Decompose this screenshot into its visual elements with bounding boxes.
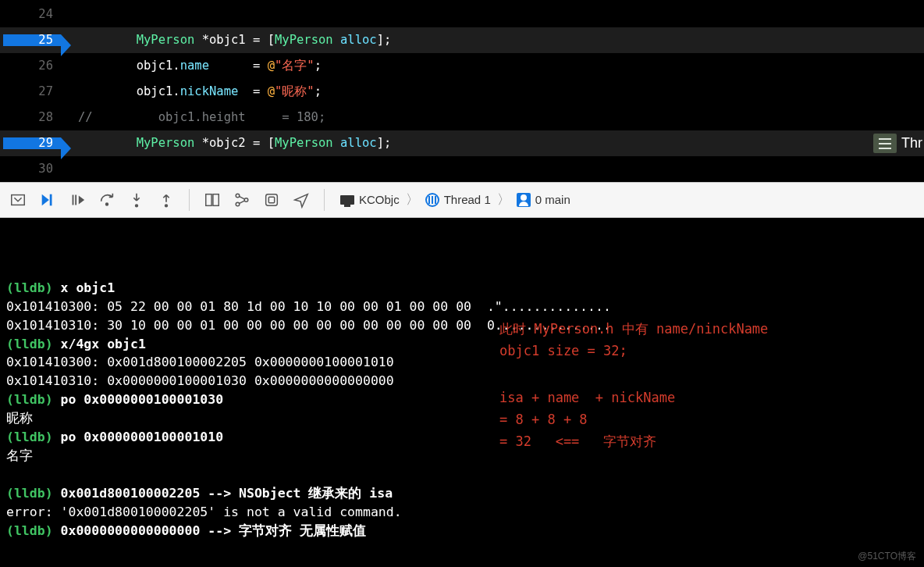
line-number[interactable]: 29 (0, 136, 61, 151)
lldb-output: 0x101410300: 0x001d800100002205 0x000000… (6, 353, 918, 390)
thread-badge-label: Thr (901, 134, 924, 152)
hamburger-icon[interactable] (873, 134, 897, 153)
line-number[interactable]: 30 (0, 162, 61, 177)
lldb-prompt: (lldb) (6, 280, 61, 295)
lldb-command-line[interactable]: (lldb) x objc1 (6, 279, 918, 298)
debug-toolbar: KCObjc 〉 Thread 1 〉 0 main (0, 182, 924, 218)
lldb-prompt: (lldb) (6, 523, 61, 538)
svg-point-5 (136, 205, 138, 207)
editor-line[interactable]: 24 (0, 2, 924, 27)
code-editor[interactable]: 2425 MyPerson *objc1 = [MyPerson alloc];… (0, 0, 924, 182)
toolbar-separator (324, 189, 325, 211)
svg-rect-13 (268, 197, 274, 202)
toolbar-separator (189, 189, 190, 211)
editor-line[interactable]: 27 objc1.nickName = @"昵称"; (0, 79, 924, 105)
lldb-command-line[interactable]: (lldb) po 0x0000000100001010 (6, 428, 918, 447)
code-content[interactable]: objc1.nickName = @"昵称"; (61, 84, 322, 99)
thread-badge[interactable]: Thr (873, 130, 924, 156)
toggle-panel-icon[interactable] (8, 190, 28, 210)
lldb-command-line[interactable]: (lldb) 0x0000000000000000 --> 字节对齐 无属性赋值 (6, 522, 918, 540)
lldb-output: 0x101410300: 05 22 00 00 01 80 1d 00 10 … (6, 298, 918, 335)
lldb-prompt: (lldb) (6, 392, 61, 407)
line-number[interactable]: 27 (0, 84, 61, 99)
annotation-top: 此时 MyPerson.h 中有 name/ninckName objc1 si… (499, 318, 768, 362)
step-over-icon[interactable] (97, 190, 117, 210)
svg-rect-12 (266, 194, 278, 206)
lldb-output: error: '0x001d800100002205' is not a val… (6, 503, 918, 522)
location-icon[interactable] (291, 190, 311, 210)
annotation-bottom: isa + name + nickName = 8 + 8 + 8 = 32 <… (499, 387, 675, 452)
lldb-command-line[interactable]: (lldb) po 0x0000000100001030 (6, 390, 918, 409)
breadcrumb-thread[interactable]: Thread 1 (425, 193, 491, 208)
line-number[interactable]: 24 (0, 7, 61, 22)
lldb-command: x/4gx objc1 (61, 337, 146, 351)
lldb-command: po 0x0000000100001010 (61, 430, 224, 444)
svg-rect-0 (12, 195, 25, 205)
step-out-icon[interactable] (156, 190, 176, 210)
svg-point-4 (106, 203, 108, 205)
editor-line[interactable]: 26 objc1.name = @"名字"; (0, 53, 924, 79)
continue-icon[interactable] (37, 190, 58, 210)
chevron-right-icon: 〉 (404, 191, 421, 208)
thread-icon (425, 193, 439, 207)
code-content[interactable]: objc1.name = @"名字"; (61, 59, 322, 73)
lldb-output: 名字 (6, 447, 918, 484)
lldb-command: 0x0000000000000000 --> 字节对齐 无属性赋值 (61, 523, 366, 538)
debug-view-icon[interactable] (202, 190, 222, 210)
editor-line[interactable]: 30 (0, 156, 924, 182)
lldb-command: x objc1 (61, 280, 116, 295)
lldb-output: 昵称 (6, 409, 918, 428)
user-icon (517, 193, 531, 207)
svg-marker-3 (79, 196, 84, 205)
lldb-command-line[interactable]: (lldb) 0x001d800100002205 --> NSObject 继… (6, 484, 918, 503)
line-number[interactable]: 26 (0, 59, 61, 73)
line-number[interactable]: 28 (0, 110, 61, 125)
breadcrumb-target[interactable]: KCObjc (340, 193, 400, 208)
lldb-command: 0x001d800100002205 --> NSObject 继承来的 isa (61, 486, 393, 501)
lldb-command: po 0x0000000100001030 (61, 392, 224, 407)
code-content[interactable]: MyPerson *objc1 = [MyPerson alloc]; (61, 33, 391, 48)
code-content[interactable]: // objc1.height = 180; (61, 110, 325, 125)
svg-rect-8 (213, 194, 219, 206)
editor-line[interactable]: 29 MyPerson *objc2 = [MyPerson alloc];Th… (0, 130, 924, 156)
breadcrumb-target-label: KCObjc (359, 193, 400, 208)
breadcrumb-thread-label: Thread 1 (444, 193, 491, 208)
svg-point-6 (165, 205, 168, 207)
memory-graph-icon[interactable] (232, 190, 252, 210)
monitor-icon (340, 195, 354, 205)
editor-line[interactable]: 25 MyPerson *objc1 = [MyPerson alloc]; (0, 27, 924, 53)
lldb-console[interactable]: (lldb) x objc10x101410300: 05 22 00 00 0… (0, 218, 924, 545)
code-content[interactable]: MyPerson *objc2 = [MyPerson alloc]; (61, 136, 391, 151)
debug-breadcrumb[interactable]: KCObjc 〉 Thread 1 〉 0 main (340, 191, 570, 208)
lldb-prompt: (lldb) (6, 430, 61, 444)
breadcrumb-frame-label: 0 main (535, 193, 570, 208)
editor-line[interactable]: 28// objc1.height = 180; (0, 105, 924, 130)
svg-rect-2 (50, 194, 52, 206)
lldb-command-line[interactable]: (lldb) x/4gx objc1 (6, 335, 918, 354)
env-overrides-icon[interactable] (261, 190, 282, 210)
pause-continue-icon[interactable] (67, 190, 87, 210)
line-number[interactable]: 25 (0, 33, 61, 48)
svg-rect-7 (206, 194, 211, 206)
svg-marker-1 (42, 194, 49, 206)
watermark: @51CTO博客 (858, 551, 916, 562)
lldb-prompt: (lldb) (6, 486, 61, 501)
breadcrumb-frame[interactable]: 0 main (517, 193, 570, 208)
lldb-prompt: (lldb) (6, 337, 61, 351)
step-into-icon[interactable] (126, 190, 147, 210)
chevron-right-icon: 〉 (496, 191, 512, 208)
